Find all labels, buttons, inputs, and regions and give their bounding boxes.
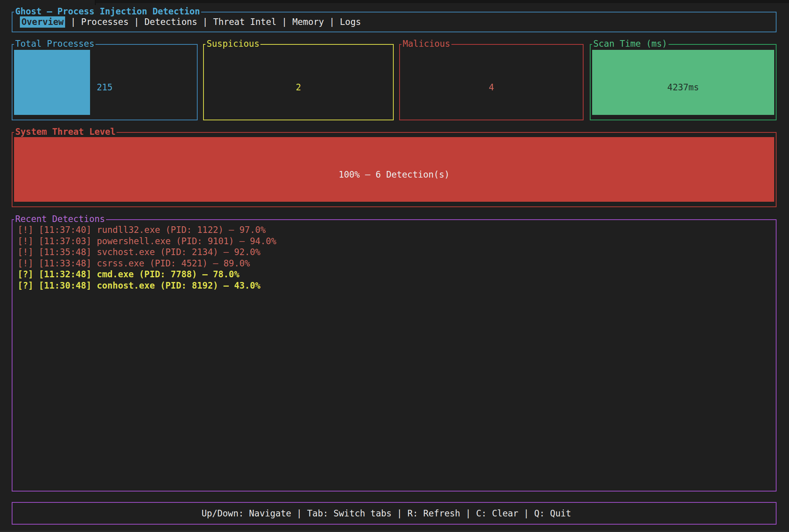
stat-value-malicious: 4 [402, 55, 581, 120]
stat-gauge-total-processes: 215 [14, 50, 195, 115]
detection-row[interactable]: [?] [11:32:48] cmd.exe (PID: 7788) — 78.… [18, 269, 773, 280]
status-bar-help-text: Up/Down: Navigate | Tab: Switch tabs | R… [12, 503, 776, 524]
stat-title-malicious: Malicious [402, 38, 451, 49]
detections-list: [!] [11:37:40] rundll32.exe (PID: 1122) … [18, 224, 773, 291]
threat-level-title: System Threat Level [14, 126, 117, 137]
tab-separator: | [129, 16, 145, 28]
detection-row[interactable]: [!] [11:37:40] rundll32.exe (PID: 1122) … [18, 224, 773, 236]
threat-level-gauge: 100% — 6 Detection(s) [14, 137, 774, 202]
stat-box-scan-time: Scan Time (ms)4237ms [590, 44, 777, 120]
stat-box-total-processes: Total Processes215 [12, 44, 198, 120]
stat-value-scan-time: 4237ms [592, 55, 774, 120]
detection-row[interactable]: [?] [11:30:48] conhost.exe (PID: 8192) —… [18, 280, 773, 291]
tab-processes[interactable]: Processes [81, 16, 129, 28]
recent-detections-title: Recent Detections [14, 213, 106, 225]
stat-box-suspicious: Suspicious2 [203, 44, 394, 120]
tab-bar: Overview | Processes | Detections | Thre… [12, 12, 776, 32]
stat-value-suspicious: 2 [205, 55, 391, 120]
threat-level-label: 100% — 6 Detection(s) [14, 142, 774, 207]
tab-separator: | [197, 16, 213, 28]
tab-logs[interactable]: Logs [340, 16, 361, 28]
tabs-panel: Ghost — Process Injection Detection Over… [12, 12, 777, 32]
stat-gauge-suspicious: 2 [205, 50, 391, 115]
recent-detections-panel: Recent Detections [!] [11:37:40] rundll3… [12, 219, 777, 491]
tab-separator: | [324, 16, 340, 28]
stat-gauge-scan-time: 4237ms [592, 50, 774, 115]
detection-row[interactable]: [!] [11:35:48] svchost.exe (PID: 2134) —… [18, 247, 773, 258]
window-top-notch [95, 0, 96, 5]
stat-box-malicious: Malicious4 [399, 44, 584, 120]
stat-title-total-processes: Total Processes [14, 38, 96, 49]
tab-detections[interactable]: Detections [145, 16, 197, 28]
status-bar: Up/Down: Navigate | Tab: Switch tabs | R… [12, 502, 777, 525]
stat-value-total-processes: 215 [14, 55, 195, 120]
tab-separator: | [276, 16, 292, 28]
window-bottom-strip [0, 530, 789, 532]
tab-separator: | [65, 16, 81, 28]
threat-level-panel: System Threat Level 100% — 6 Detection(s… [12, 132, 777, 207]
window-top-strip [96, 0, 789, 3]
tab-memory[interactable]: Memory [292, 16, 324, 28]
stat-title-scan-time: Scan Time (ms) [592, 38, 669, 49]
stat-title-suspicious: Suspicious [205, 38, 260, 49]
stat-gauge-malicious: 4 [402, 50, 581, 115]
tab-threat-intel[interactable]: Threat Intel [213, 16, 277, 28]
detection-row[interactable]: [!] [11:33:48] csrss.exe (PID: 4521) — 8… [18, 258, 773, 269]
detection-row[interactable]: [!] [11:37:03] powershell.exe (PID: 9101… [18, 236, 773, 247]
tab-overview[interactable]: Overview [20, 16, 65, 28]
